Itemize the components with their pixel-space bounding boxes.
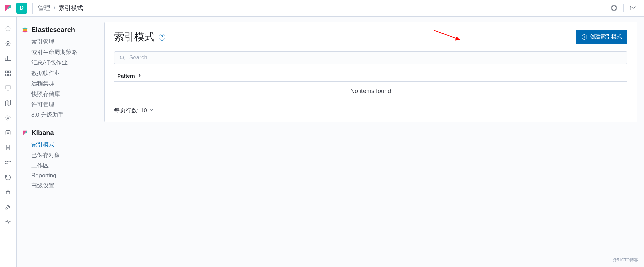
pager-value: 10 [141, 107, 147, 114]
nav-item-upgrade-assistant[interactable]: 8.0 升级助手 [22, 110, 99, 120]
svg-line-2 [612, 6, 613, 7]
header-divider [623, 4, 624, 12]
header-left: D 管理 / 索引模式 [4, 3, 607, 14]
search-input[interactable] [129, 54, 622, 61]
nav-discover-icon[interactable] [3, 38, 14, 49]
nav-item-snapshot-repo[interactable]: 快照存储库 [22, 89, 99, 99]
svg-point-25 [120, 56, 124, 59]
space-initial: D [20, 5, 24, 11]
kibana-logo-icon[interactable] [4, 4, 12, 12]
main-header: 索引模式 ? + 创建索引模式 [114, 30, 627, 44]
nav-infrastructure-icon[interactable] [3, 127, 14, 138]
svg-line-26 [123, 59, 124, 60]
section-kibana: Kibana 索引模式 已保存对象 工作区 Reporting 高级设置 [22, 129, 99, 191]
newsfeed-button[interactable] [626, 1, 640, 15]
breadcrumb-separator: / [54, 5, 55, 12]
header-divider [32, 3, 33, 14]
nav-logs-icon[interactable] [3, 142, 14, 153]
main-panel: 索引模式 ? + 创建索引模式 Pattern No items found 每… [104, 22, 637, 122]
elasticsearch-icon [22, 27, 28, 33]
svg-rect-11 [6, 74, 8, 76]
breadcrumb-current: 索引模式 [59, 4, 83, 12]
svg-rect-19 [7, 161, 10, 162]
svg-rect-9 [6, 71, 8, 73]
svg-rect-6 [630, 6, 636, 10]
nav-list-kb: 索引模式 已保存对象 工作区 Reporting 高级设置 [22, 139, 99, 191]
svg-rect-10 [9, 71, 11, 73]
svg-rect-21 [6, 191, 10, 194]
svg-line-3 [615, 6, 616, 7]
nav-item-remote-clusters[interactable]: 远程集群 [22, 78, 99, 89]
create-btn-label: 创建索引模式 [590, 33, 622, 41]
page-title: 索引模式 [114, 30, 155, 44]
column-pattern-label: Pattern [117, 73, 135, 79]
kibana-icon [22, 130, 28, 136]
section-es-label: Elasticsearch [31, 26, 75, 34]
nav-list-es: 索引管理 索引生命周期策略 汇总/打包作业 数据帧作业 远程集群 快照存储库 许… [22, 36, 99, 120]
breadcrumb: 管理 / 索引模式 [38, 4, 83, 12]
sort-asc-icon [138, 73, 142, 79]
svg-point-8 [6, 41, 10, 46]
nav-item-ilm[interactable]: 索引生命周期策略 [22, 47, 99, 57]
nav-item-advanced-settings[interactable]: 高级设置 [22, 180, 99, 191]
svg-point-1 [613, 7, 615, 9]
space-selector[interactable]: D [16, 3, 27, 14]
svg-point-15 [7, 117, 9, 119]
plus-circle-icon: + [582, 34, 587, 40]
header-right [607, 1, 640, 15]
watermark: @51CTO博客 [613, 257, 638, 263]
nav-item-reporting[interactable]: Reporting [22, 171, 99, 180]
nav-item-dataframe[interactable]: 数据帧作业 [22, 68, 99, 78]
index-patterns-table: Pattern No items found [114, 70, 627, 101]
table-empty-message: No items found [114, 82, 627, 101]
nav-visualize-icon[interactable] [3, 53, 14, 64]
svg-point-17 [7, 132, 9, 134]
svg-rect-18 [6, 161, 7, 162]
help-menu-button[interactable] [607, 1, 621, 15]
nav-dashboard-icon[interactable] [3, 68, 14, 79]
nav-item-license[interactable]: 许可管理 [22, 99, 99, 110]
section-es-title: Elasticsearch [22, 26, 99, 34]
breadcrumb-parent[interactable]: 管理 [38, 4, 50, 12]
nav-apm-icon[interactable] [3, 157, 14, 168]
svg-rect-12 [9, 74, 11, 76]
svg-line-4 [612, 9, 613, 10]
app-header: D 管理 / 索引模式 [0, 0, 644, 17]
nav-item-saved-objects[interactable]: 已保存对象 [22, 150, 99, 160]
search-box[interactable] [114, 51, 627, 64]
search-icon [119, 55, 125, 61]
nav-item-index-management[interactable]: 索引管理 [22, 36, 99, 47]
svg-rect-16 [6, 130, 10, 135]
help-icon[interactable]: ? [159, 34, 165, 41]
nav-devtools-icon[interactable] [3, 202, 14, 212]
section-elasticsearch: Elasticsearch 索引管理 索引生命周期策略 汇总/打包作业 数据帧作… [22, 26, 99, 120]
section-kb-label: Kibana [31, 129, 54, 137]
nav-canvas-icon[interactable] [3, 83, 14, 94]
nav-monitoring-icon[interactable] [3, 216, 14, 227]
svg-point-24 [23, 30, 27, 32]
nav-item-rollup[interactable]: 汇总/打包作业 [22, 57, 99, 68]
svg-rect-20 [6, 163, 8, 164]
chevron-down-icon [149, 107, 154, 114]
management-sidebar: Elasticsearch 索引管理 索引生命周期策略 汇总/打包作业 数据帧作… [17, 17, 104, 267]
svg-line-5 [615, 9, 616, 10]
nav-maps-icon[interactable] [3, 98, 14, 108]
page-title-wrap: 索引模式 ? [114, 30, 165, 44]
create-index-pattern-button[interactable]: + 创建索引模式 [576, 30, 627, 44]
column-header-pattern[interactable]: Pattern [114, 70, 627, 82]
rows-per-page-selector[interactable]: 每页行数: 10 [114, 107, 627, 114]
nav-uptime-icon[interactable] [3, 172, 14, 183]
nav-ml-icon[interactable] [3, 112, 14, 123]
pager-label: 每页行数: [114, 107, 139, 114]
nav-siem-icon[interactable] [3, 187, 14, 197]
nav-recent-icon[interactable] [3, 23, 14, 34]
svg-rect-13 [6, 86, 10, 89]
nav-rail [0, 17, 17, 267]
nav-item-index-patterns[interactable]: 索引模式 [22, 139, 99, 150]
section-kb-title: Kibana [22, 129, 99, 137]
svg-point-14 [6, 115, 10, 120]
nav-item-spaces[interactable]: 工作区 [22, 160, 99, 171]
